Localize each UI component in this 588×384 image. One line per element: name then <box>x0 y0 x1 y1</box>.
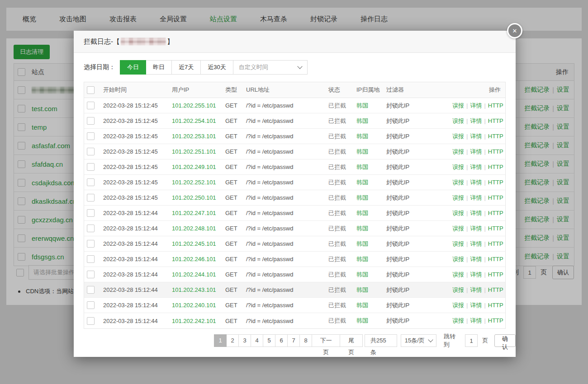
user-ip-link[interactable]: 101.202.252.101 <box>172 179 225 186</box>
http-link[interactable]: HTTP <box>488 148 503 155</box>
page-button[interactable]: 7 <box>287 334 300 347</box>
row-checkbox[interactable] <box>87 271 95 278</box>
date-option[interactable]: 今日 <box>120 60 146 75</box>
detail-link[interactable]: 详情 <box>470 179 482 186</box>
row-checkbox[interactable] <box>87 286 95 294</box>
row-checkbox[interactable] <box>87 132 95 140</box>
detail-link[interactable]: 详情 <box>470 286 482 293</box>
date-option[interactable]: 近7天 <box>171 60 201 75</box>
detail-link[interactable]: 详情 <box>470 210 482 216</box>
row-checkbox[interactable] <box>87 225 95 232</box>
user-ip-link[interactable]: 101.202.248.101 <box>172 225 225 232</box>
detail-link[interactable]: 详情 <box>470 302 482 309</box>
ip-region-link[interactable]: 韩国 <box>356 117 386 125</box>
close-icon[interactable]: ✕ <box>507 23 522 38</box>
page-button[interactable]: 5 <box>263 334 275 347</box>
row-checkbox[interactable] <box>87 209 95 217</box>
false-positive-link[interactable]: 误报 <box>452 133 464 140</box>
false-positive-link[interactable]: 误报 <box>452 302 464 309</box>
detail-link[interactable]: 详情 <box>470 317 482 324</box>
false-positive-link[interactable]: 误报 <box>452 286 464 293</box>
detail-link[interactable]: 详情 <box>470 225 482 232</box>
user-ip-link[interactable]: 101.202.249.101 <box>172 164 225 170</box>
ip-region-link[interactable]: 韩国 <box>356 163 386 171</box>
http-link[interactable]: HTTP <box>488 271 503 278</box>
user-ip-link[interactable]: 101.202.255.101 <box>172 102 225 109</box>
row-checkbox[interactable] <box>87 163 95 171</box>
http-link[interactable]: HTTP <box>488 164 503 170</box>
last-page-button[interactable]: 尾页 <box>340 334 363 347</box>
user-ip-link[interactable]: 101.202.245.101 <box>172 240 225 247</box>
confirm-button[interactable]: 确认 <box>494 334 516 347</box>
user-ip-link[interactable]: 101.202.250.101 <box>172 194 225 201</box>
false-positive-link[interactable]: 误报 <box>452 240 464 247</box>
ip-region-link[interactable]: 韩国 <box>356 148 386 156</box>
row-checkbox[interactable] <box>87 194 95 201</box>
false-positive-link[interactable]: 误报 <box>452 210 464 216</box>
detail-link[interactable]: 详情 <box>470 194 482 201</box>
page-button[interactable]: 4 <box>251 334 263 347</box>
false-positive-link[interactable]: 误报 <box>452 256 464 262</box>
detail-link[interactable]: 详情 <box>470 240 482 247</box>
ip-region-link[interactable]: 韩国 <box>356 102 386 110</box>
false-positive-link[interactable]: 误报 <box>452 179 464 186</box>
http-link[interactable]: HTTP <box>488 179 503 186</box>
ip-region-link[interactable]: 韩国 <box>356 255 386 263</box>
user-ip-link[interactable]: 101.202.243.101 <box>172 286 225 293</box>
page-button[interactable]: 1 <box>214 334 227 347</box>
next-page-button[interactable]: 下一页 <box>312 334 340 347</box>
page-button[interactable]: 2 <box>226 334 239 347</box>
ip-region-link[interactable]: 韩国 <box>356 209 386 217</box>
user-ip-link[interactable]: 101.202.244.101 <box>172 271 225 278</box>
ip-region-link[interactable]: 韩国 <box>356 225 386 233</box>
page-button[interactable]: 8 <box>299 334 312 347</box>
log-select-all-checkbox[interactable] <box>87 86 95 94</box>
row-checkbox[interactable] <box>87 117 95 125</box>
row-checkbox[interactable] <box>87 148 95 155</box>
date-option[interactable]: 近30天 <box>200 60 233 75</box>
detail-link[interactable]: 详情 <box>470 133 482 140</box>
custom-date-select[interactable]: 自定义时间 <box>233 60 308 75</box>
row-checkbox[interactable] <box>87 317 95 325</box>
http-link[interactable]: HTTP <box>488 210 503 216</box>
ip-region-link[interactable]: 韩国 <box>356 194 386 202</box>
false-positive-link[interactable]: 误报 <box>452 271 464 278</box>
ip-region-link[interactable]: 韩国 <box>356 240 386 248</box>
http-link[interactable]: HTTP <box>488 117 503 124</box>
per-page-select[interactable]: 15条/页 <box>401 334 436 347</box>
ip-region-link[interactable]: 韩国 <box>356 132 386 140</box>
http-link[interactable]: HTTP <box>488 286 503 293</box>
false-positive-link[interactable]: 误报 <box>452 225 464 232</box>
false-positive-link[interactable]: 误报 <box>452 164 464 170</box>
user-ip-link[interactable]: 101.202.246.101 <box>172 256 225 262</box>
page-button[interactable]: 6 <box>275 334 288 347</box>
detail-link[interactable]: 详情 <box>470 256 482 262</box>
detail-link[interactable]: 详情 <box>470 117 482 124</box>
http-link[interactable]: HTTP <box>488 302 503 309</box>
false-positive-link[interactable]: 误报 <box>452 194 464 201</box>
http-link[interactable]: HTTP <box>488 240 503 247</box>
http-link[interactable]: HTTP <box>488 102 503 109</box>
ip-region-link[interactable]: 韩国 <box>356 271 386 279</box>
false-positive-link[interactable]: 误报 <box>452 117 464 124</box>
user-ip-link[interactable]: 101.202.240.101 <box>172 302 225 309</box>
http-link[interactable]: HTTP <box>488 194 503 201</box>
ip-region-link[interactable]: 韩国 <box>356 286 386 294</box>
detail-link[interactable]: 详情 <box>470 271 482 278</box>
http-link[interactable]: HTTP <box>488 317 503 324</box>
row-checkbox[interactable] <box>87 102 95 109</box>
row-checkbox[interactable] <box>87 240 95 248</box>
user-ip-link[interactable]: 101.202.247.101 <box>172 210 225 216</box>
row-checkbox[interactable] <box>87 301 95 309</box>
row-checkbox[interactable] <box>87 178 95 186</box>
user-ip-link[interactable]: 101.202.251.101 <box>172 148 225 155</box>
page-button[interactable]: 3 <box>238 334 251 347</box>
http-link[interactable]: HTTP <box>488 225 503 232</box>
false-positive-link[interactable]: 误报 <box>452 317 464 324</box>
date-option[interactable]: 昨日 <box>146 60 172 75</box>
detail-link[interactable]: 详情 <box>470 164 482 170</box>
user-ip-link[interactable]: 101.202.253.101 <box>172 133 225 140</box>
http-link[interactable]: HTTP <box>488 133 503 140</box>
row-checkbox[interactable] <box>87 255 95 263</box>
page-jump-input[interactable] <box>465 334 478 347</box>
